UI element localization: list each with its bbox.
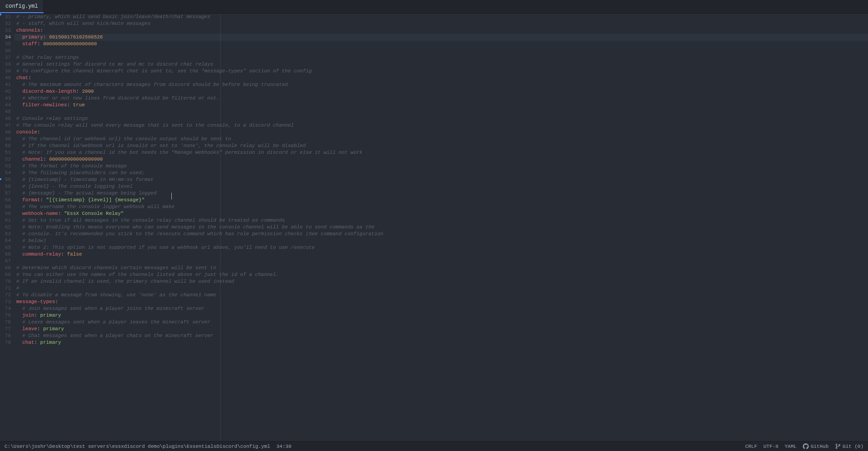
code-line[interactable]: # - primary, which will send basic join/…	[14, 14, 868, 20]
gutter-line-number: 73	[0, 299, 14, 305]
status-filepath[interactable]: C:\Users\joshr\Desktop\test servers\essx…	[5, 444, 270, 449]
code-line[interactable]: command-relay: false	[14, 251, 868, 258]
gutter: 3132333435363738394041424344454647484950…	[0, 14, 14, 441]
gutter-line-number: 32	[0, 20, 14, 27]
status-line-ending[interactable]: CRLF	[745, 444, 757, 449]
code-line[interactable]	[14, 47, 868, 54]
gutter-line-number: 31	[0, 14, 14, 20]
gutter-line-number: 77	[0, 326, 14, 332]
gutter-line-number: 71	[0, 285, 14, 292]
code-line[interactable]: # The maximum amount of characters messa…	[14, 81, 868, 88]
status-git[interactable]: Git (0)	[835, 443, 863, 449]
code-line[interactable]: #	[14, 285, 868, 292]
code-line[interactable]: chat: primary	[14, 339, 868, 346]
code-line[interactable]: # below)	[14, 237, 868, 244]
code-line[interactable]: # Note: Enabling this means everyone who…	[14, 224, 868, 231]
gutter-line-number: 42	[0, 88, 14, 95]
gutter-line-number: 33	[0, 27, 14, 34]
gutter-line-number: 60	[0, 210, 14, 217]
gutter-line-number: 55	[0, 176, 14, 183]
gutter-line-number: 76	[0, 319, 14, 326]
code-line[interactable]: # {timestamp} - Timestamp in HH:mm:ss fo…	[14, 176, 868, 183]
code-line[interactable]: channel: 000000000000000000	[14, 156, 868, 163]
code-line[interactable]: # To disable a message from showing, use…	[14, 292, 868, 299]
gutter-line-number: 41	[0, 81, 14, 88]
code-line[interactable]	[14, 109, 868, 115]
gutter-line-number: 34	[0, 34, 14, 41]
status-cursor-position[interactable]: 34:30	[277, 444, 292, 449]
gutter-line-number: 62	[0, 224, 14, 231]
code-line[interactable]: # Whether or not new lines from discord …	[14, 95, 868, 102]
gutter-line-number: 64	[0, 237, 14, 244]
code-line[interactable]: # Console relay settings	[14, 115, 868, 122]
code-line[interactable]: # The username the console logger webhoo…	[14, 204, 868, 210]
code-line[interactable]: # Chat relay settings	[14, 54, 868, 61]
code-line[interactable]: # Note 2: This option is not supported i…	[14, 244, 868, 251]
code-line[interactable]: # To configure the channel minecraft cha…	[14, 68, 868, 75]
gutter-line-number: 35	[0, 41, 14, 47]
gutter-line-number: 72	[0, 292, 14, 299]
tab-filename: config.yml	[5, 3, 38, 9]
code-line[interactable]: leave: primary	[14, 326, 868, 332]
code-line[interactable]: # {level} - The console logging level	[14, 183, 868, 190]
code-line[interactable]: # The console relay will send every mess…	[14, 122, 868, 129]
text-cursor	[171, 193, 172, 199]
gutter-line-number: 75	[0, 312, 14, 319]
gutter-line-number: 38	[0, 61, 14, 68]
code-line[interactable]: # The channel id (or webhook url) the co…	[14, 136, 868, 142]
code-line[interactable]: webhook-name: "EssX Console Relay"	[14, 210, 868, 217]
gutter-line-number: 78	[0, 332, 14, 339]
code-line[interactable]: discord-max-length: 2000	[14, 88, 868, 95]
status-encoding[interactable]: UTF-8	[764, 444, 778, 449]
gutter-line-number: 44	[0, 102, 14, 109]
code-line[interactable]: # Chat messages sent when a player chats…	[14, 332, 868, 339]
gutter-line-number: 52	[0, 156, 14, 163]
gutter-line-number: 57	[0, 190, 14, 197]
gutter-line-number: 53	[0, 163, 14, 170]
gutter-line-number: 39	[0, 68, 14, 75]
gutter-line-number: 36	[0, 47, 14, 54]
status-git-label: Git (0)	[843, 444, 863, 449]
gutter-line-number: 50	[0, 142, 14, 149]
code-line[interactable]: # The format of the console message	[14, 163, 868, 170]
gutter-line-number: 59	[0, 204, 14, 210]
code-line[interactable]: # The following placeholders can be used…	[14, 170, 868, 176]
code-line[interactable]: join: primary	[14, 312, 868, 319]
code-line[interactable]: # Leave messages sent when a player leav…	[14, 319, 868, 326]
status-github[interactable]: GitHub	[803, 443, 829, 449]
gutter-line-number: 49	[0, 136, 14, 142]
code-line[interactable]: # - staff, which will send kick/mute mes…	[14, 20, 868, 27]
code-line[interactable]: # You can either use the names of the ch…	[14, 271, 868, 278]
code-line[interactable]: # Determine which discord channels certa…	[14, 265, 868, 271]
code-line[interactable]: # Set to true if all messages in the con…	[14, 217, 868, 224]
code-line[interactable]: staff: 000000000000000000	[14, 41, 868, 47]
code-line[interactable]: # console. It's recommended you stick to…	[14, 231, 868, 237]
code-line[interactable]: # If an invalid channel is used, the pri…	[14, 278, 868, 285]
code-line[interactable]: chat:	[14, 75, 868, 81]
code-line[interactable]: # Join messages sent when a player joins…	[14, 305, 868, 312]
gutter-line-number: 47	[0, 122, 14, 129]
svg-point-1	[836, 447, 837, 449]
code-line[interactable]: console:	[14, 129, 868, 136]
code-line[interactable]: # {message} - The actual message being l…	[14, 190, 868, 197]
code-line[interactable]: channels:	[14, 27, 868, 34]
code-line[interactable]: # General settings for discord to mc and…	[14, 61, 868, 68]
gutter-line-number: 54	[0, 170, 14, 176]
gutter-line-number: 68	[0, 265, 14, 271]
code-area[interactable]: # - primary, which will send basic join/…	[14, 14, 868, 441]
code-line[interactable]	[14, 258, 868, 265]
status-language[interactable]: YAML	[785, 444, 797, 449]
gutter-line-number: 56	[0, 183, 14, 190]
svg-point-2	[839, 444, 840, 446]
code-line[interactable]: filter-newlines: true	[14, 102, 868, 109]
editor[interactable]: 3132333435363738394041424344454647484950…	[0, 14, 868, 441]
code-line[interactable]: format: "[{timestamp} {level}] {message}…	[14, 197, 868, 204]
gutter-line-number: 43	[0, 95, 14, 102]
tab-config-yml[interactable]: config.yml	[0, 0, 44, 13]
gutter-line-number: 69	[0, 271, 14, 278]
code-line[interactable]: # If the channel id/webhook url is inval…	[14, 142, 868, 149]
gutter-line-number: 48	[0, 129, 14, 136]
code-line[interactable]: # Note: If you use a channel id the bot …	[14, 149, 868, 156]
code-line[interactable]: primary: 801500176102588526	[14, 34, 868, 41]
code-line[interactable]: message-types:	[14, 299, 868, 305]
